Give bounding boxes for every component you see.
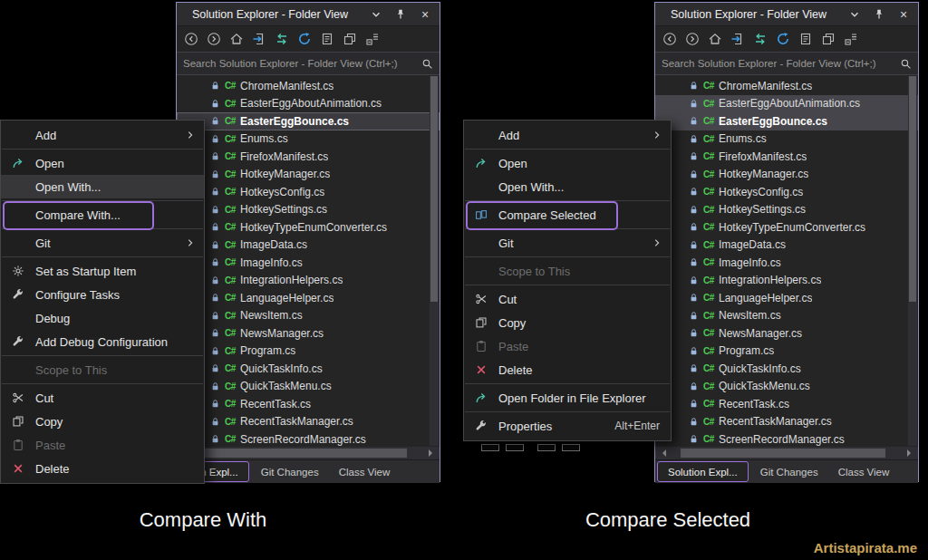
search-box[interactable]: Search Solution Explorer - Folder View (… (177, 52, 440, 75)
menu-item-compare-with[interactable]: Compare With... (1, 203, 204, 227)
file-row[interactable]: C# QuickTaskMenu.cs (655, 378, 918, 396)
show-all-files-icon[interactable] (820, 31, 836, 47)
menu-item-open[interactable]: Open (464, 151, 671, 175)
scroll-right-arrow-icon[interactable] (429, 449, 436, 457)
file-row[interactable]: C# HotkeySettings.cs (655, 201, 918, 219)
nav-back-icon[interactable] (183, 31, 199, 47)
file-row[interactable]: C# HotkeysConfig.cs (177, 183, 440, 201)
horizontal-scrollbar[interactable] (655, 447, 918, 459)
menu-item-open-with[interactable]: Open With... (464, 175, 671, 198)
file-row[interactable]: C# NewsItem.cs (177, 307, 440, 325)
pending-changes-filter-icon[interactable] (319, 31, 335, 47)
menu-item-scope-to-this[interactable]: Scope to This (1, 358, 204, 381)
file-row[interactable]: C# RecentTask.cs (655, 395, 918, 413)
file-row[interactable]: C# Enums.cs (655, 130, 918, 149)
file-row[interactable]: C# HotkeyManager.cs (655, 166, 918, 184)
panel-tab[interactable]: Class View (329, 460, 401, 483)
statusbar-cell[interactable] (537, 444, 556, 451)
refresh-icon[interactable] (296, 31, 313, 47)
file-row[interactable]: C# NewsManager.cs (655, 324, 918, 343)
menu-item-open-with[interactable]: Open With... (1, 175, 204, 198)
file-row[interactable]: C# HotkeyTypeEnumConverter.cs (177, 218, 440, 237)
menu-item-cut[interactable]: Cut (1, 386, 204, 410)
pin-icon[interactable] (872, 7, 886, 22)
statusbar-cell[interactable] (562, 444, 580, 451)
menu-item-git[interactable]: Git (1, 231, 204, 255)
nav-forward-icon[interactable] (684, 31, 701, 47)
file-row[interactable]: C# NewsManager.cs (177, 324, 440, 343)
menu-item-configure-tasks[interactable]: Configure Tasks (1, 283, 204, 306)
file-row[interactable]: C# Enums.cs (177, 130, 440, 149)
file-row[interactable]: C# EasterEggAboutAnimation.cs (655, 95, 918, 113)
vertical-scrollbar[interactable] (430, 76, 439, 446)
file-row[interactable]: C# QuickTaskInfo.cs (655, 360, 918, 378)
file-row[interactable]: C# ScreenRecordManager.cs (177, 430, 440, 447)
file-row[interactable]: C# EasterEggBounce.cs (177, 112, 440, 130)
file-row[interactable]: C# QuickTaskInfo.cs (177, 360, 440, 378)
file-row[interactable]: C# HotkeySettings.cs (177, 201, 440, 219)
vertical-scrollbar[interactable] (908, 76, 917, 446)
file-row[interactable]: C# HotkeyTypeEnumConverter.cs (655, 218, 918, 237)
file-row[interactable]: C# IntegrationHelpers.cs (655, 272, 918, 290)
chevron-down-icon[interactable] (847, 7, 862, 22)
menu-item-scope-to-this[interactable]: Scope to This (464, 259, 671, 283)
horizontal-scrollbar-thumb[interactable] (681, 449, 885, 458)
sync-with-active-document-icon[interactable] (251, 31, 267, 47)
menu-item-add-debug-configuration[interactable]: Add Debug Configuration (1, 330, 204, 353)
file-row[interactable]: C# Program.cs (655, 343, 918, 361)
menu-item-add[interactable]: Add (1, 123, 204, 147)
search-icon[interactable] (421, 58, 433, 70)
menu-item-set-as-startup-item[interactable]: Set as Startup Item (1, 259, 204, 283)
menu-item-cut[interactable]: Cut (464, 287, 671, 311)
file-row[interactable]: C# FirefoxManifest.cs (177, 148, 440, 166)
show-all-files-icon[interactable] (342, 31, 358, 47)
refresh-icon[interactable] (775, 31, 791, 47)
file-row[interactable]: C# ScreenRecordManager.cs (655, 430, 918, 447)
file-row[interactable]: C# Program.cs (177, 343, 440, 361)
pin-icon[interactable] (393, 7, 408, 22)
switch-views-icon[interactable] (752, 31, 768, 47)
file-row[interactable]: C# IntegrationHelpers.cs (177, 272, 440, 290)
menu-item-add[interactable]: Add (464, 123, 671, 147)
file-row[interactable]: C# RecentTaskManager.cs (177, 413, 440, 431)
file-row[interactable]: C# RecentTaskManager.cs (655, 413, 918, 431)
file-row[interactable]: C# ChromeManifest.cs (177, 77, 440, 95)
panel-tab[interactable]: Solution Expl... (657, 461, 749, 482)
file-row[interactable]: C# EasterEggAboutAnimation.cs (177, 95, 440, 113)
menu-item-delete[interactable]: Delete (1, 457, 204, 480)
file-row[interactable]: C# HotkeyManager.cs (177, 166, 440, 184)
pending-changes-filter-icon[interactable] (798, 31, 814, 47)
nav-forward-icon[interactable] (206, 31, 222, 47)
panel-tab[interactable]: Git Changes (750, 460, 828, 483)
vertical-scrollbar-thumb[interactable] (909, 76, 916, 302)
sync-with-active-document-icon[interactable] (730, 31, 746, 47)
file-row[interactable]: C# ImageData.cs (177, 237, 440, 255)
menu-item-properties[interactable]: Properties Alt+Enter (464, 414, 671, 438)
close-icon[interactable]: × (418, 7, 432, 22)
file-row[interactable]: C# NewsItem.cs (655, 307, 918, 325)
file-row[interactable]: C# ImageData.cs (655, 237, 918, 255)
statusbar-cell[interactable] (506, 444, 524, 451)
menu-item-debug[interactable]: Debug (1, 306, 204, 330)
panel-tab[interactable]: Class View (828, 460, 900, 483)
file-row[interactable]: C# EasterEggBounce.cs (655, 112, 918, 130)
nav-back-icon[interactable] (662, 31, 678, 47)
horizontal-scrollbar-thumb[interactable] (202, 449, 407, 458)
menu-item-copy[interactable]: Copy (1, 410, 204, 433)
file-row[interactable]: C# LanguageHelper.cs (655, 289, 918, 307)
file-row[interactable]: C# LanguageHelper.cs (177, 289, 440, 307)
menu-item-open[interactable]: Open (1, 151, 204, 175)
menu-item-open-folder-in-file-explorer[interactable]: Open Folder in File Explorer (464, 386, 671, 410)
home-icon[interactable] (228, 31, 245, 47)
close-icon[interactable]: × (896, 7, 911, 22)
menu-item-git[interactable]: Git (464, 231, 671, 255)
collapse-all-icon[interactable] (364, 31, 381, 47)
horizontal-scrollbar[interactable] (177, 447, 440, 459)
file-row[interactable]: C# ChromeManifest.cs (655, 77, 918, 95)
file-row[interactable]: C# ImageInfo.cs (177, 254, 440, 272)
menu-item-paste[interactable]: Paste (1, 433, 204, 457)
home-icon[interactable] (707, 31, 723, 47)
vertical-scrollbar-thumb[interactable] (430, 76, 438, 302)
menu-item-compare-selected[interactable]: Compare Selected (464, 203, 671, 227)
menu-item-paste[interactable]: Paste (464, 334, 671, 358)
